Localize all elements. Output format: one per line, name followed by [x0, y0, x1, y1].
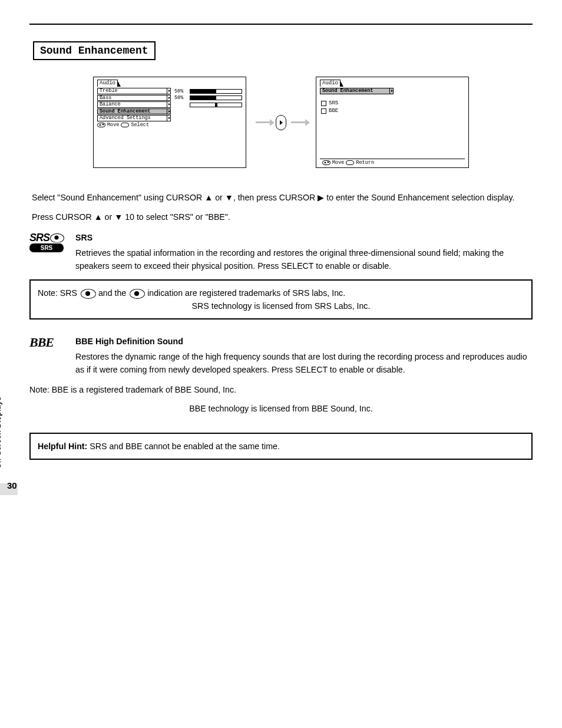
osd-balance-bar [190, 103, 242, 107]
return-capsule-icon [346, 160, 354, 165]
osd-right-header: Sound Enhancement [320, 88, 394, 94]
bbe-logo-icon: BBE [29, 335, 54, 350]
srs-eye-icon [130, 289, 144, 298]
osd-right: Audio Sound Enhancement SRS BBE Move Ret… [316, 77, 469, 168]
osd-left-hint: Move Select [97, 123, 242, 128]
chevron-right-icon [167, 88, 171, 94]
srs-note-line1: Note: SRS and the indication are registe… [38, 286, 524, 299]
updown-icon [322, 160, 330, 165]
srs-desc: Retrieves the spatial information in the… [75, 246, 533, 272]
srs-note-line2: SRS technology is licensed from SRS Labs… [38, 299, 524, 312]
osd-left-tab: Audio [97, 80, 118, 87]
checkbox-icon [321, 101, 326, 106]
section-title-box: Sound Enhancement [33, 41, 156, 60]
arrow-right-icon [291, 121, 306, 123]
srs-note-box: Note: SRS and the indication are registe… [29, 279, 533, 319]
arrow-right-icon [256, 121, 271, 123]
osd-bass-bar [190, 95, 242, 100]
srs-block: SRS SRS SRS Retrieves the spatial inform… [29, 231, 533, 272]
step-1: Select "Sound Enhancement" using CURSOR … [32, 192, 533, 204]
bbe-note-line2: BBE technology is licensed from BBE Soun… [29, 402, 533, 415]
bbe-note-line1: Note: BBE is a registered trademark of B… [29, 383, 533, 396]
osd-left: Audio Treble 50% Bass 50% [93, 77, 246, 168]
chevron-right-icon [167, 102, 171, 107]
osd-right-tab: Audio [320, 80, 340, 87]
osd-treble-bar [190, 89, 242, 94]
osd-right-hint: Move Return [320, 159, 465, 166]
top-rule [29, 24, 533, 25]
checkbox-icon [321, 108, 326, 114]
hint-text: SRS and BBE cannot be enabled at the sam… [87, 442, 280, 451]
chevron-right-icon [389, 88, 394, 94]
osd-item-bass: Bass [97, 95, 171, 101]
helpful-hint-box: Helpful Hint: SRS and BBE cannot be enab… [29, 433, 533, 460]
side-label-text: On-Screen Displays [0, 396, 2, 468]
step-2: Press CURSOR ▲ or ▼ 10 to select "SRS" o… [32, 211, 533, 223]
arrow-block [256, 115, 306, 130]
srs-heading: SRS [75, 233, 92, 242]
diagram-row: Audio Treble 50% Bass 50% [29, 77, 533, 168]
section-title: Sound Enhancement [40, 45, 148, 57]
osd-right-opt-bbe: BBE [321, 108, 465, 114]
osd-bass-pct: 50% [174, 95, 186, 101]
page-number: 30 [7, 480, 17, 490]
osd-treble-pct: 50% [174, 89, 186, 94]
chevron-right-icon [167, 95, 171, 101]
osd-item-treble: Treble [97, 88, 171, 94]
bbe-desc: Restores the dynamic range of the high f… [75, 350, 533, 376]
osd-item-balance: Balance [97, 101, 171, 108]
bbe-heading: BBE High Definition Sound [75, 337, 183, 346]
srs-eye-icon [81, 289, 95, 298]
cursor-right-button-icon [276, 115, 286, 130]
updown-icon [97, 123, 105, 127]
osd-item-advanced: Advanced Settings [97, 115, 171, 121]
bbe-block: BBE BBE High Definition Sound Restores t… [29, 335, 533, 376]
osd-item-sound-enhancement: Sound Enhancement [97, 108, 171, 115]
instruction-steps: Select "Sound Enhancement" using CURSOR … [32, 192, 533, 224]
chevron-right-icon [167, 109, 171, 114]
select-capsule-icon [121, 123, 129, 127]
srs-logo-icon: SRS SRS [29, 232, 64, 253]
hint-label: Helpful Hint: [38, 442, 87, 451]
osd-right-opt-srs: SRS [321, 101, 465, 106]
chevron-right-icon [167, 116, 171, 121]
